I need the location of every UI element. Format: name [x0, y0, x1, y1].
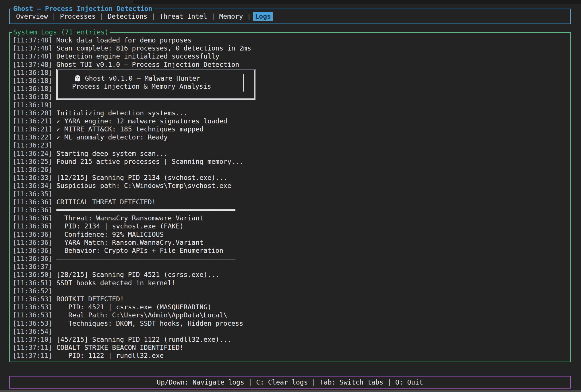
- log-message: COBALT STRIKE BEACON IDENTIFIED!: [56, 344, 183, 351]
- log-row: [11:36:54]: [13, 327, 570, 335]
- log-row: [11:36:24]Starting deep system scan...: [13, 150, 570, 158]
- log-timestamp: [11:36:33]: [13, 174, 52, 181]
- log-message: ✓ YARA engine: 12 malware signatures loa…: [56, 117, 227, 125]
- banner-line-1: Ghost v0.1.0 — Malware Hunter: [58, 74, 254, 82]
- log-row: [11:37:11]COBALT STRIKE BEACON IDENTIFIE…: [13, 344, 570, 352]
- log-message: Found 215 active processes | Scanning me…: [56, 158, 243, 165]
- log-row: [11:36:36]══════════════════════════════…: [13, 206, 570, 214]
- log-timestamp: [11:36:36]: [13, 231, 52, 238]
- tab-separator: |: [149, 13, 158, 20]
- window-top-edge: [133, 0, 581, 4]
- log-row: [11:36:36] Behavior: Crypto APIs + File …: [13, 247, 570, 255]
- log-timestamp: [11:36:26]: [13, 166, 52, 173]
- log-message: Detection engine initialized successfull…: [56, 53, 219, 60]
- log-timestamp: [11:36:18]: [13, 77, 52, 84]
- log-message: PID: 1122 | rundll32.exe: [56, 352, 164, 359]
- log-timestamp: [11:37:48]: [13, 44, 52, 52]
- log-timestamp: [11:37:48]: [13, 61, 52, 68]
- tab-overview[interactable]: Overview: [14, 12, 50, 21]
- tab-detections[interactable]: Detections: [106, 12, 149, 21]
- log-row: [11:37:48]Detection engine initialized s…: [13, 52, 570, 60]
- log-message: Techniques: DKOM, SSDT hooks, Hidden pro…: [56, 320, 243, 327]
- log-message: Real Path: C:\Users\Admin\AppData\Local\: [56, 311, 227, 319]
- log-row: [11:37:48]Scan complete: 816 processes, …: [13, 44, 570, 52]
- log-row: [11:36:25]Found 215 active processes | S…: [13, 158, 570, 166]
- log-timestamp: [11:37:11]: [13, 352, 52, 359]
- log-row: [11:37:11] PID: 1122 | rundll32.exe: [13, 352, 570, 360]
- log-row: [11:36:36] Confidence: 92% MALICIOUS: [13, 230, 570, 238]
- log-timestamp: [11:36:18]: [13, 69, 52, 76]
- keyboard-shortcuts-hint: Up/Down: Navigate logs | C: Clear logs |…: [157, 379, 423, 386]
- log-row: [11:36:36] PID: 2134 | svchost.exe (FAKE…: [13, 222, 570, 230]
- log-timestamp: [11:36:50]: [13, 271, 52, 278]
- log-timestamp: [11:36:53]: [13, 320, 52, 327]
- log-timestamp: [11:36:53]: [13, 295, 52, 303]
- log-row: [11:36:21]✓ MITRE ATT&CK: 185 techniques…: [13, 125, 570, 133]
- log-row: [11:36:36]══════════════════════════════…: [13, 255, 570, 263]
- tab-logs[interactable]: Logs: [253, 12, 272, 21]
- log-row: [11:37:48]Mock data loaded for demo purp…: [13, 36, 570, 44]
- log-timestamp: [11:37:11]: [13, 344, 52, 351]
- log-row: [11:36:36] YARA Match: Ransom.WannaCry.V…: [13, 238, 570, 247]
- log-row: [11:36:53]ROOTKIT DETECTED!: [13, 295, 570, 303]
- log-message: Suspicious path: C:\Windows\Temp\svchost…: [56, 182, 231, 189]
- log-row: [11:36:36]CRITICAL THREAT DETECTED!: [13, 198, 570, 206]
- tab-threat-intel[interactable]: Threat Intel: [158, 12, 209, 21]
- log-timestamp: [11:36:20]: [13, 109, 52, 117]
- ghost-banner-box: Ghost v0.1.0 — Malware Hunter Process In…: [56, 69, 255, 100]
- log-row: [11:36:53] Real Path: C:\Users\Admin\App…: [13, 311, 570, 319]
- log-row: [11:36:21]✓ YARA engine: 12 malware sign…: [13, 117, 570, 125]
- log-timestamp: [11:36:52]: [13, 287, 52, 295]
- log-message: PID: 2134 | svchost.exe (FAKE): [56, 222, 183, 230]
- log-message: CRITICAL THREAT DETECTED!: [56, 198, 156, 206]
- log-timestamp: [11:36:36]: [13, 198, 52, 206]
- log-timestamp: [11:37:48]: [13, 53, 52, 60]
- log-timestamp: [11:36:21]: [13, 117, 52, 125]
- log-row: [11:36:34]Suspicious path: C:\Windows\Te…: [13, 182, 570, 190]
- log-message: PID: 4521 | csrss.exe (MASQUERADING): [56, 303, 211, 311]
- tab-processes[interactable]: Processes: [58, 12, 98, 21]
- log-message: Initializing detection systems...: [56, 109, 187, 117]
- log-message: ✓ ML anomaly detector: Ready: [56, 133, 168, 141]
- log-message: ════════════════════════════════════════…: [56, 206, 235, 214]
- log-timestamp: [11:36:19]: [13, 101, 52, 109]
- log-timestamp: [11:36:21]: [13, 125, 52, 133]
- log-message: [45/215] Scanning PID 1122 (rundll32.exe…: [56, 336, 231, 343]
- log-row: [11:37:10][45/215] Scanning PID 1122 (ru…: [13, 335, 570, 344]
- log-row: [11:36:35]: [13, 190, 570, 198]
- tab-separator: |: [245, 13, 253, 20]
- log-message: [28/215] Scanning PID 4521 (csrss.exe)..…: [56, 271, 219, 278]
- log-timestamp: [11:36:54]: [13, 328, 52, 335]
- log-message: ✓ MITRE ATT&CK: 185 techniques mapped: [56, 125, 203, 133]
- log-row: [11:36:37]: [13, 263, 570, 271]
- log-timestamp: [11:36:36]: [13, 206, 52, 214]
- log-timestamp: [11:36:25]: [13, 158, 52, 165]
- log-timestamp: [11:36:36]: [13, 255, 52, 262]
- log-timestamp: [11:36:23]: [13, 141, 52, 149]
- log-message: ROOTKIT DETECTED!: [56, 295, 124, 303]
- log-message: [12/215] Scanning PID 2134 (svchost.exe)…: [56, 174, 227, 181]
- log-message: YARA Match: Ransom.WannaCry.Variant: [56, 239, 203, 246]
- log-timestamp: [11:36:37]: [13, 263, 52, 270]
- tab-separator: |: [209, 13, 218, 20]
- log-list[interactable]: [11:37:48]Mock data loaded for demo purp…: [10, 33, 570, 362]
- log-row: [11:37:48]Ghost TUI v0.1.0 — Process Inj…: [13, 61, 570, 69]
- app-title: Ghost — Process Injection Detection: [12, 5, 154, 13]
- status-bar: Up/Down: Navigate logs | C: Clear logs |…: [9, 376, 571, 389]
- log-row: [11:36:52]: [13, 287, 570, 295]
- log-timestamp: [11:36:24]: [13, 150, 52, 157]
- banner-title: Ghost v0.1.0 — Malware Hunter: [85, 74, 200, 82]
- log-message: Starting deep system scan...: [56, 150, 168, 157]
- log-row: [11:36:19]: [13, 101, 570, 109]
- banner-subtitle: Process Injection & Memory Analysis: [58, 82, 254, 90]
- tab-memory[interactable]: Memory: [218, 12, 245, 21]
- log-timestamp: [11:36:18]: [13, 85, 52, 92]
- log-message: Scan complete: 816 processes, 0 detectio…: [56, 44, 251, 52]
- tab-bar-panel: Ghost — Process Injection Detection Over…: [9, 9, 571, 24]
- log-timestamp: [11:36:53]: [13, 303, 52, 311]
- log-message: Mock data loaded for demo purposes: [56, 36, 191, 44]
- system-logs-panel: System Logs (71 entries) [11:37:48]Mock …: [9, 32, 571, 362]
- tab-separator: |: [50, 13, 58, 20]
- log-message: Behavior: Crypto APIs + File Enumeration: [56, 247, 223, 254]
- log-timestamp: [11:36:53]: [13, 311, 52, 319]
